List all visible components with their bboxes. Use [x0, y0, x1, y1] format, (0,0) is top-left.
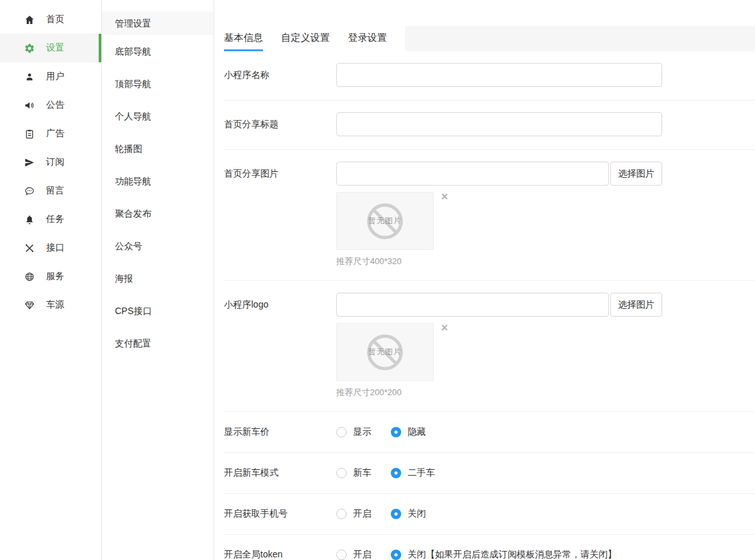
radio-option[interactable]: 新车 — [336, 467, 371, 479]
radio-option-label: 开启 — [353, 508, 371, 520]
submenu-item-7[interactable]: 公众号 — [102, 230, 214, 262]
field-label: 小程序logo — [224, 293, 336, 398]
submenu-item-6[interactable]: 聚合发布 — [102, 197, 214, 230]
submenu-item-8[interactable]: 海报 — [102, 262, 214, 295]
radio-checked-icon[interactable] — [391, 550, 401, 560]
radio-option[interactable]: 二手车 — [391, 467, 435, 479]
submenu-item-4[interactable]: 轮播图 — [102, 132, 214, 165]
form-row: 开启新车模式新车二手车 — [224, 453, 755, 494]
sidebar-item-label: 接口 — [46, 242, 64, 254]
sidebar-item-8[interactable]: 任务 — [0, 205, 101, 234]
radio-option-label: 二手车 — [408, 467, 435, 479]
tab-1[interactable]: 基本信息 — [224, 26, 263, 51]
sidebar-item-7[interactable]: 留言 — [0, 177, 101, 205]
sidebar-item-3[interactable]: 用户 — [0, 62, 101, 91]
radio-unchecked-icon[interactable] — [336, 468, 347, 478]
sidebar-item-label: 广告 — [46, 128, 64, 140]
send-icon — [24, 157, 35, 168]
radio-option-label: 关闭【如果开启后造成订阅模板消息异常，请关闭】 — [408, 549, 617, 560]
radio-option[interactable]: 显示 — [336, 426, 371, 438]
close-icon[interactable]: × — [441, 191, 448, 202]
no-image-label: 暂无图片 — [368, 347, 402, 358]
text-field[interactable] — [336, 63, 662, 87]
radio-option-label: 关闭 — [408, 508, 426, 520]
image-placeholder: 暂无图片 — [336, 323, 434, 381]
field-label: 显示新车价 — [224, 426, 336, 438]
submenu-header: 管理设置 — [102, 12, 214, 35]
sidebar-item-label: 首页 — [46, 14, 64, 25]
close-icon[interactable]: × — [441, 322, 448, 334]
form-row: 首页分享图片选择图片暂无图片×推荐尺寸400*320 — [224, 150, 755, 281]
submenu-item-9[interactable]: CPS接口 — [102, 295, 214, 327]
size-hint: 推荐尺寸400*320 — [336, 256, 662, 267]
tab-2[interactable]: 自定义设置 — [281, 26, 330, 51]
radio-option-label: 隐藏 — [408, 426, 426, 438]
radio-option[interactable]: 隐藏 — [391, 426, 426, 438]
radio-group: 显示隐藏 — [336, 426, 445, 438]
sidebar-item-5[interactable]: 广告 — [0, 119, 101, 148]
sidebar-item-1[interactable]: 首页 — [0, 5, 101, 34]
tab-3[interactable]: 登录设置 — [348, 26, 387, 51]
field-label: 开启获取手机号 — [224, 508, 336, 520]
main-content: 基本信息自定义设置登录设置 小程序名称首页分享标题首页分享图片选择图片暂无图片×… — [214, 0, 755, 560]
speaker-icon — [24, 100, 35, 111]
sidebar-item-4[interactable]: 公告 — [0, 91, 101, 119]
radio-checked-icon[interactable] — [391, 468, 401, 478]
tab-bar-filler — [405, 26, 755, 51]
submenu-item-2[interactable]: 顶部导航 — [102, 67, 214, 100]
field-label: 开启全局token — [224, 549, 336, 560]
radio-option[interactable]: 开启 — [336, 549, 371, 560]
radio-checked-icon[interactable] — [391, 509, 401, 519]
radio-option-label: 开启 — [353, 549, 371, 560]
submenu-item-5[interactable]: 功能导航 — [102, 165, 214, 197]
globe-icon — [24, 271, 35, 282]
primary-sidebar: 首页设置用户公告广告订阅留言任务接口服务车源 — [0, 0, 102, 560]
field-label: 首页分享图片 — [224, 162, 336, 267]
tools-icon — [24, 243, 35, 254]
text-field[interactable] — [336, 112, 662, 136]
radio-checked-icon[interactable] — [391, 427, 401, 437]
submenu-item-3[interactable]: 个人导航 — [102, 100, 214, 132]
home-icon — [24, 14, 35, 25]
radio-option[interactable]: 关闭【如果开启后造成订阅模板消息异常，请关闭】 — [391, 549, 617, 560]
settings-form: 小程序名称首页分享标题首页分享图片选择图片暂无图片×推荐尺寸400*320小程序… — [214, 51, 755, 560]
sidebar-item-label: 设置 — [46, 42, 64, 54]
field-label: 小程序名称 — [224, 63, 336, 87]
radio-option[interactable]: 开启 — [336, 508, 371, 520]
submenu-item-1[interactable]: 底部导航 — [102, 35, 214, 67]
radio-unchecked-icon[interactable] — [336, 550, 347, 560]
sidebar-item-9[interactable]: 接口 — [0, 234, 101, 262]
chat-icon — [24, 186, 35, 197]
image-preview: 暂无图片× — [336, 323, 434, 381]
radio-option[interactable]: 关闭 — [391, 508, 426, 520]
sidebar-item-11[interactable]: 车源 — [0, 291, 101, 319]
field-label: 开启新车模式 — [224, 467, 336, 479]
no-image-label: 暂无图片 — [368, 215, 402, 226]
sidebar-item-label: 用户 — [46, 71, 64, 82]
image-url-field[interactable] — [336, 293, 609, 317]
tab-bar: 基本信息自定义设置登录设置 — [224, 26, 755, 51]
sidebar-item-label: 任务 — [46, 213, 64, 225]
image-url-field[interactable] — [336, 162, 609, 186]
form-row: 首页分享标题 — [224, 101, 755, 150]
choose-image-button[interactable]: 选择图片 — [610, 162, 662, 186]
radio-unchecked-icon[interactable] — [336, 509, 347, 519]
radio-option-label: 显示 — [353, 426, 371, 438]
radio-group: 新车二手车 — [336, 467, 454, 479]
sidebar-item-2[interactable]: 设置 — [0, 34, 101, 62]
submenu-item-10[interactable]: 支付配置 — [102, 327, 214, 359]
field-label: 首页分享标题 — [224, 112, 336, 136]
sidebar-item-label: 订阅 — [46, 156, 64, 168]
sidebar-item-10[interactable]: 服务 — [0, 262, 101, 291]
user-icon — [24, 71, 35, 82]
sidebar-item-label: 留言 — [46, 185, 64, 197]
size-hint: 推荐尺寸200*200 — [336, 387, 662, 398]
sidebar-item-label: 服务 — [46, 271, 64, 282]
radio-unchecked-icon[interactable] — [336, 427, 347, 437]
choose-image-button[interactable]: 选择图片 — [610, 293, 662, 317]
radio-option-label: 新车 — [353, 467, 371, 479]
sidebar-item-label: 公告 — [46, 99, 64, 111]
radio-group: 开启关闭 — [336, 508, 445, 520]
sidebar-item-6[interactable]: 订阅 — [0, 148, 101, 177]
form-row: 显示新车价显示隐藏 — [224, 412, 755, 453]
